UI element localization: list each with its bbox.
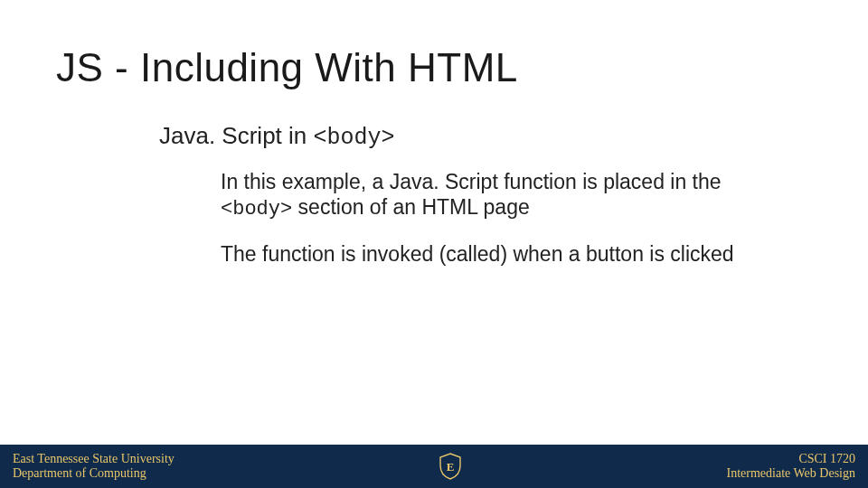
footer-course-code: CSCI 1720	[798, 452, 855, 466]
footer-right: CSCI 1720 Intermediate Web Design	[727, 452, 868, 481]
footer-bar: East Tennessee State University Departme…	[0, 445, 868, 488]
slide: JS - Including With HTML Java. Script in…	[0, 0, 868, 488]
footer-course-name: Intermediate Web Design	[727, 466, 855, 481]
para1-text-a: In this example, a Java. Script function…	[221, 170, 722, 193]
footer-university: East Tennessee State University	[13, 452, 175, 466]
footer-left: East Tennessee State University Departme…	[0, 452, 175, 481]
subtitle-code: <body>	[314, 125, 395, 151]
slide-subtitle: Java. Script in <body>	[159, 122, 395, 151]
footer-center: E	[175, 453, 727, 480]
para1-code: <body>	[221, 198, 292, 221]
footer-department: Department of Computing	[13, 466, 175, 481]
para1-text-b: section of an HTML page	[292, 195, 530, 219]
paragraph-1: In this example, a Java. Script function…	[221, 170, 772, 221]
subtitle-text: Java. Script in	[159, 122, 314, 149]
slide-title: JS - Including With HTML	[56, 45, 518, 90]
shield-logo-icon: E	[439, 453, 462, 480]
paragraph-2: The function is invoked (called) when a …	[221, 242, 772, 267]
shield-letter: E	[447, 460, 455, 474]
